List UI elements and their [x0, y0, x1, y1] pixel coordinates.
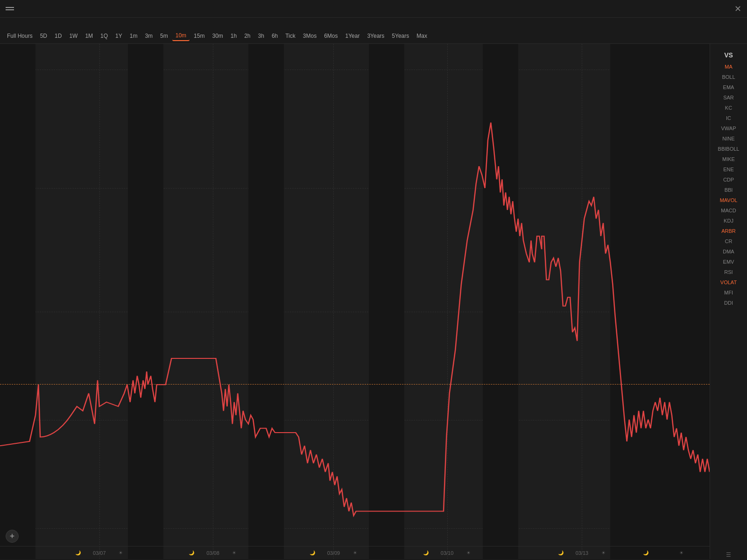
- indicator-arbr[interactable]: ARBR: [710, 226, 747, 236]
- indicator-vwap[interactable]: VWAP: [710, 123, 747, 133]
- timeframe-2h[interactable]: 2h: [241, 31, 254, 41]
- indicator-rsi[interactable]: RSI: [710, 267, 747, 277]
- timeframe-tick[interactable]: Tick: [282, 31, 299, 41]
- app-container: ✕ Full Hours5D1D1W1M1Q1Y1m3m5m10m15m30m1…: [0, 0, 747, 559]
- timeframe-1q[interactable]: 1Q: [97, 31, 111, 41]
- sun-icon: ☀: [679, 550, 684, 555]
- indicator-ddi[interactable]: DDI: [710, 298, 747, 308]
- x-label-03/08: 03/08: [206, 550, 219, 556]
- indicator-dma[interactable]: DMA: [710, 246, 747, 257]
- settings-icon[interactable]: ☰: [726, 552, 731, 558]
- header-bar: ✕: [0, 0, 747, 18]
- price-line: [0, 123, 710, 516]
- moon-icon: 🌙: [310, 550, 315, 555]
- indicator-ic[interactable]: IC: [710, 113, 747, 123]
- indicator-cr[interactable]: CR: [710, 236, 747, 246]
- session-row: [0, 18, 747, 28]
- timeframe-3m[interactable]: 3m: [141, 31, 156, 41]
- x-label-03/09: 03/09: [327, 550, 340, 556]
- indicator-volat[interactable]: VOLAT: [710, 277, 747, 287]
- indicator-mfi[interactable]: MFI: [710, 287, 747, 298]
- x-axis: 🌙03/07☀🌙03/08☀🌙03/09☀🌙03/10☀🌙03/13☀🌙☀: [0, 546, 710, 559]
- sun-icon: ☀: [466, 550, 471, 555]
- moon-icon: 🌙: [643, 550, 648, 555]
- timeframe-1y[interactable]: 1Y: [112, 31, 126, 41]
- panel-bottom-icons: ☰: [710, 552, 747, 558]
- indicator-ema[interactable]: EMA: [710, 82, 747, 92]
- sun-icon: ☀: [601, 550, 606, 555]
- x-label-03/07: 03/07: [93, 550, 106, 556]
- timeframe-1d[interactable]: 1D: [51, 31, 65, 41]
- timeframe-3h[interactable]: 3h: [255, 31, 268, 41]
- x-label-03/10: 03/10: [441, 550, 454, 556]
- indicator-bbiboll[interactable]: BBIBOLL: [710, 144, 747, 154]
- timeframe-1year[interactable]: 1Year: [342, 31, 363, 41]
- timeframe-1h-bar[interactable]: 1h: [227, 31, 240, 41]
- timeframe-30m[interactable]: 30m: [209, 31, 226, 41]
- timeframe-5d[interactable]: 5D: [37, 31, 50, 41]
- chart-area: i ✎ 4.4684.1553.8643.5933.342 🌙03/07☀🌙03…: [0, 44, 710, 559]
- indicator-kc[interactable]: KC: [710, 103, 747, 113]
- timeframe-5years[interactable]: 5Years: [388, 31, 412, 41]
- timeframe-full-hours[interactable]: Full Hours: [4, 31, 36, 41]
- indicator-emv[interactable]: EMV: [710, 257, 747, 267]
- timeframe-1m-bar[interactable]: 1m: [127, 31, 141, 41]
- indicator-macd[interactable]: MACD: [710, 205, 747, 216]
- moon-icon: 🌙: [558, 550, 564, 555]
- x-label-03/13: 03/13: [576, 550, 589, 556]
- timeframe-1w[interactable]: 1W: [66, 31, 81, 41]
- timeframe-5m[interactable]: 5m: [157, 31, 171, 41]
- moon-icon: 🌙: [423, 550, 429, 555]
- sun-icon: ☀: [353, 550, 357, 555]
- timeframe-3years[interactable]: 3Years: [364, 31, 388, 41]
- timeframe-max[interactable]: Max: [413, 31, 430, 41]
- indicator-cdp[interactable]: CDP: [710, 175, 747, 185]
- sun-icon: ☀: [232, 550, 236, 555]
- timeframe-15m[interactable]: 15m: [190, 31, 208, 41]
- price-chart-svg: [0, 44, 710, 559]
- indicator-nine[interactable]: NINE: [710, 133, 747, 144]
- indicator-ene[interactable]: ENE: [710, 164, 747, 175]
- menu-icon[interactable]: [6, 7, 14, 10]
- indicator-bbi[interactable]: BBI: [710, 185, 747, 195]
- indicator-kdj[interactable]: KDJ: [710, 216, 747, 226]
- moon-icon: 🌙: [75, 550, 81, 555]
- indicator-mike[interactable]: MIKE: [710, 154, 747, 164]
- timeframe-6mos[interactable]: 6Mos: [321, 31, 341, 41]
- indicator-ma[interactable]: MA: [710, 62, 747, 72]
- add-drawing-button[interactable]: +: [6, 530, 19, 543]
- indicator-sar[interactable]: SAR: [710, 92, 747, 103]
- moon-icon: 🌙: [189, 550, 194, 555]
- close-button[interactable]: ✕: [734, 4, 741, 14]
- timeframe-6h[interactable]: 6h: [268, 31, 281, 41]
- timeframe-3mos[interactable]: 3Mos: [300, 31, 320, 41]
- indicator-mavol[interactable]: MAVOL: [710, 195, 747, 205]
- timeframe-1m-tf[interactable]: 1M: [82, 31, 96, 41]
- sun-icon: ☀: [119, 550, 123, 555]
- timeframe-bar: Full Hours5D1D1W1M1Q1Y1m3m5m10m15m30m1h2…: [0, 28, 747, 44]
- indicator-boll[interactable]: BOLL: [710, 72, 747, 82]
- indicators-panel: VSMABOLLEMASARKCICVWAPNINEBBIBOLLMIKEENE…: [710, 44, 747, 559]
- timeframe-10m[interactable]: 10m: [172, 31, 190, 41]
- main-area: i ✎ 4.4684.1553.8643.5933.342 🌙03/07☀🌙03…: [0, 44, 747, 559]
- vs-label[interactable]: VS: [710, 49, 747, 62]
